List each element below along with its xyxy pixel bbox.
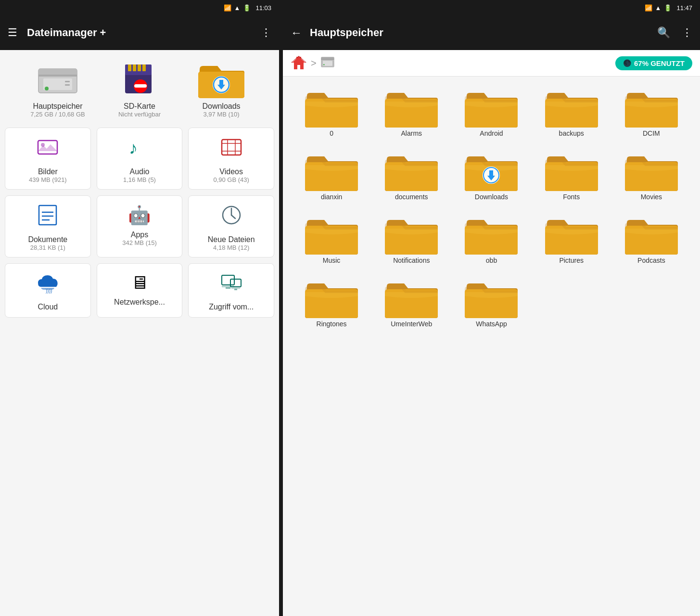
folder-item-dianxin[interactable]: dianxin [293,145,370,205]
cloud-name: Cloud [38,303,58,311]
folder-item-music[interactable]: Music [293,208,370,268]
folder-icon-documents [385,149,438,191]
sd-karte-name: SD-Karte [124,102,155,111]
zugriff-vom-name: Zugriff vom... [209,303,254,311]
folder-item-fonts[interactable]: Fonts [533,145,611,205]
folder-item-backups[interactable]: backups [533,81,611,141]
downloads-info: 3,97 MB (10) [203,111,239,118]
more-menu-icon[interactable]: ⋮ [261,26,271,39]
left-time: 11:03 [255,4,271,12]
folder-icon-dcim [625,85,678,128]
svg-rect-12 [142,64,146,71]
folder-grid: 0 Alarms Android [293,81,690,332]
storage-downloads[interactable]: Downloads 3,97 MB (10) [183,60,260,118]
svg-rect-22 [222,140,241,155]
downloads-storage-icon [197,60,245,98]
panel-divider [279,0,283,616]
storage-badge: 🌑 67% GENUTZT [615,56,692,70]
svg-line-33 [231,215,235,218]
folder-item-notifications[interactable]: Notifications [372,208,450,268]
category-audio[interactable]: ♪ Audio 1,16 MB (5) [97,128,183,190]
folder-icon-movies [625,149,678,191]
folder-icon-0 [305,85,358,128]
bilder-name: Bilder [38,167,58,176]
folder-name-pictures: Pictures [559,257,584,264]
breadcrumb-home[interactable] [291,55,307,71]
menu-icon[interactable]: ☰ [8,26,17,39]
folder-item-ringtones[interactable]: Ringtones [293,272,370,332]
folder-item-umeinterweb[interactable]: UmeInterWeb [372,272,450,332]
breadcrumb-separator: > [311,58,317,69]
videos-name: Videos [219,167,243,176]
downloads-name: Downloads [202,102,240,111]
neue-dateien-info: 4,18 MB (12) [213,244,249,251]
folder-name-umeinterweb: UmeInterWeb [391,320,432,328]
category-bilder[interactable]: Bilder 439 MB (921) [5,128,91,190]
svg-text:)))): )))) [46,288,52,294]
folder-name-notifications: Notifications [393,257,430,264]
svg-rect-10 [133,64,136,71]
breadcrumb-storage[interactable] [320,56,335,70]
svg-rect-39 [231,288,240,289]
folder-item-movies[interactable]: Movies [612,145,690,205]
folder-name-podcasts: Podcasts [637,257,665,264]
folder-item-documents[interactable]: documents [372,145,450,205]
app-title: Dateimanager + [27,26,251,39]
dokumente-icon [37,205,58,231]
folder-icon-android [465,85,518,128]
folder-item-downloads-folder[interactable]: Downloads [452,145,530,205]
folder-icon-umeinterweb [385,276,438,318]
category-neue-dateien[interactable]: Neue Dateien 4,18 MB (12) [188,195,274,257]
category-dokumente[interactable]: Dokumente 28,31 KB (1) [5,195,91,257]
folder-item-dcim[interactable]: DCIM [612,81,690,141]
category-apps[interactable]: 🤖 Apps 342 MB (15) [97,195,183,257]
home-icon [291,55,307,71]
folder-icon-fonts [545,149,598,191]
svg-rect-35 [222,275,234,285]
svg-rect-5 [65,81,70,82]
left-status-bar: 📶 ▲ 🔋 11:03 [0,0,279,15]
storage-section: Hauptspeicher 7,25 GB / 10,68 GB [5,60,274,118]
svg-text:♪: ♪ [129,138,138,158]
search-button[interactable]: 🔍 [657,26,670,39]
signal-icon: 📶 [224,4,231,12]
storage-sd-karte[interactable]: SD-Karte Nicht verfügbar [101,60,178,118]
folder-item-obb[interactable]: obb [452,208,530,268]
folder-item-android[interactable]: Android [452,81,530,141]
battery-icon: 🔋 [243,4,251,12]
folder-item-pictures[interactable]: Pictures [533,208,611,268]
folder-icon-notifications [385,212,438,255]
folder-name-android: Android [480,129,503,137]
folder-icon-ringtones [305,276,358,318]
folder-item-podcasts[interactable]: Podcasts [612,208,690,268]
folder-name-downloads-folder: Downloads [475,193,508,201]
storage-hauptspeicher[interactable]: Hauptspeicher 7,25 GB / 10,68 GB [19,60,96,118]
folder-icon-obb [465,212,518,255]
right-more-button[interactable]: ⋮ [682,26,692,39]
svg-rect-9 [128,64,131,71]
netzwerkspe-name: Netzwerkspe... [114,298,165,307]
hauptspeicher-info: 7,25 GB / 10,68 GB [30,111,85,118]
back-button[interactable]: ← [291,26,302,39]
svg-rect-6 [65,84,70,86]
svg-rect-11 [138,64,141,71]
category-videos[interactable]: Videos 0,90 GB (43) [188,128,274,190]
svg-rect-2 [38,75,77,77]
category-cloud[interactable]: )))) Cloud [5,263,91,318]
folder-item-0[interactable]: 0 [293,81,370,141]
bilder-icon [37,137,58,163]
svg-rect-46 [321,59,334,60]
folder-name-0: 0 [330,129,333,137]
folder-item-alarms[interactable]: Alarms [372,81,450,141]
folder-item-whatsapp[interactable]: WhatsApp [452,272,530,332]
sd-karte-info: Nicht verfügbar [118,111,161,118]
folder-name-documents: documents [395,193,428,201]
file-grid: 0 Alarms Android [283,77,700,616]
folder-name-alarms: Alarms [401,129,422,137]
category-zugriff-vom[interactable]: Zugriff vom... [188,263,274,318]
category-netzwerkspe[interactable]: 🖥 Netzwerkspe... [97,263,183,318]
svg-point-4 [45,87,49,90]
folder-name-dianxin: dianxin [321,193,342,201]
svg-rect-18 [38,141,57,154]
neue-dateien-name: Neue Dateien [208,235,255,244]
